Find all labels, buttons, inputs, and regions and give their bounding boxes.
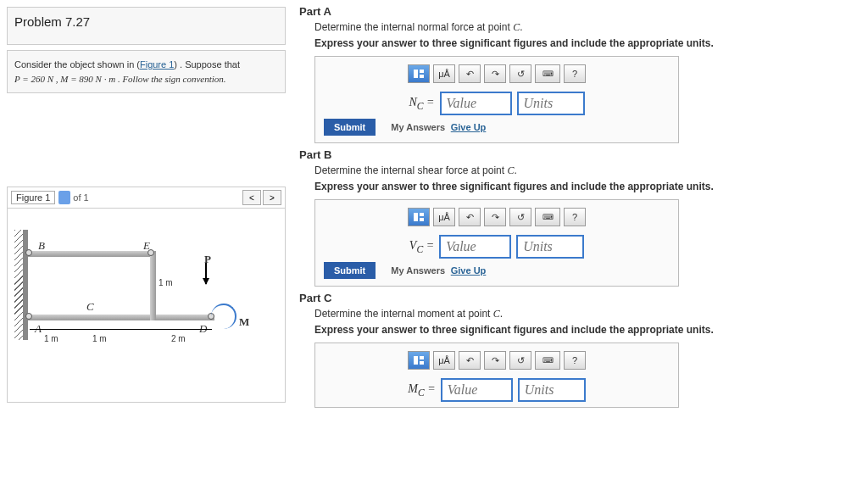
dim-1: 1 m [44,334,58,343]
var-label: NC = [409,96,434,112]
submit-button[interactable]: Submit [324,262,376,279]
givens: P = 260 N , M = 890 N · m . Follow the s… [14,74,226,84]
units-icon[interactable]: μÅ [433,351,455,370]
part-b-answer-box: μÅ ↶ ↷ ↺ ⌨ ? VC = Submit My Answers Give… [314,199,679,287]
my-answers-link[interactable]: My Answers [391,265,445,276]
units-input[interactable] [518,378,586,402]
var-label: VC = [409,239,434,255]
part-a-title: Part A [299,5,861,18]
give-up-link[interactable]: Give Up [451,265,487,276]
help-icon[interactable]: ? [564,64,586,83]
reset-icon[interactable]: ↺ [509,64,531,83]
part-c-desc: Determine the internal moment at point C… [314,308,861,320]
undo-icon[interactable]: ↶ [459,208,481,226]
figure-next-button[interactable]: > [263,190,281,205]
lbl-M: M [239,315,249,329]
value-input[interactable] [440,92,512,115]
units-input[interactable] [516,235,584,259]
figure-count: of 1 [73,192,88,203]
reset-icon[interactable]: ↺ [509,208,531,226]
undo-icon[interactable]: ↶ [459,64,481,83]
svg-rect-1 [420,70,424,73]
figure-header: Figure 1 of 1 < > [7,187,286,208]
problem-statement: Consider the object shown in (Figure 1) … [14,58,278,86]
dim-3: 2 m [171,334,186,343]
part-c-title: Part C [299,292,861,304]
lbl-E: E [143,239,150,253]
svg-rect-7 [420,356,424,359]
part-b-desc: Determine the internal shear force at po… [314,164,861,177]
dim-2: 1 m [92,334,107,343]
value-input[interactable] [439,235,511,259]
help-icon[interactable]: ? [564,208,586,226]
template-icon[interactable] [408,64,430,83]
svg-rect-2 [420,75,424,78]
keyboard-icon[interactable]: ⌨ [535,208,560,226]
value-input[interactable] [441,378,513,402]
svg-rect-8 [420,361,424,365]
part-c-bold: Express your answer to three significant… [314,324,861,336]
lbl-C: C [86,300,94,314]
part-a-desc: Determine the internal normal force at p… [314,21,861,34]
svg-rect-6 [414,356,418,365]
part-b-title: Part B [299,148,861,161]
stmt-pre: Consider the object shown in ( [14,59,140,70]
figure-link[interactable]: Figure 1 [140,59,174,70]
give-up-link[interactable]: Give Up [451,122,487,132]
help-icon[interactable]: ? [564,351,586,370]
redo-icon[interactable]: ↷ [484,64,506,83]
redo-icon[interactable]: ↷ [484,351,506,370]
svg-rect-5 [420,218,424,221]
part-b-bold: Express your answer to three significant… [314,181,861,192]
part-c-answer-box: μÅ ↶ ↷ ↺ ⌨ ? MC = [314,343,679,408]
units-icon[interactable]: μÅ [433,64,455,83]
problem-title: Problem 7.27 [14,14,278,29]
var-label: MC = [408,382,435,398]
lbl-B: B [38,239,45,253]
figure-label: Figure 1 [11,191,55,204]
part-a-bold: Express your answer to three significant… [314,37,861,49]
units-icon[interactable]: μÅ [433,208,455,226]
template-icon[interactable] [408,208,430,226]
undo-icon[interactable]: ↶ [459,351,481,370]
units-input[interactable] [517,92,585,115]
dim-h: 1 m [159,278,173,287]
svg-rect-3 [414,213,418,221]
reset-icon[interactable]: ↺ [509,351,531,370]
keyboard-icon[interactable]: ⌨ [535,64,560,83]
figure-image: B E P C A D M 1 m 1 m 1 m 2 m [7,208,286,403]
template-icon[interactable] [408,351,430,370]
submit-button[interactable]: Submit [324,119,376,136]
figure-prev-button[interactable]: < [242,190,261,205]
redo-icon[interactable]: ↷ [484,208,506,226]
my-answers-link[interactable]: My Answers [391,122,445,132]
figure-stepper[interactable] [58,191,70,204]
svg-rect-4 [420,213,424,216]
keyboard-icon[interactable]: ⌨ [535,351,560,370]
stmt-post: ) . Suppose that [174,59,240,70]
part-a-answer-box: μÅ ↶ ↷ ↺ ⌨ ? NC = Submit My Answers Give… [314,56,679,143]
svg-rect-0 [414,70,418,78]
